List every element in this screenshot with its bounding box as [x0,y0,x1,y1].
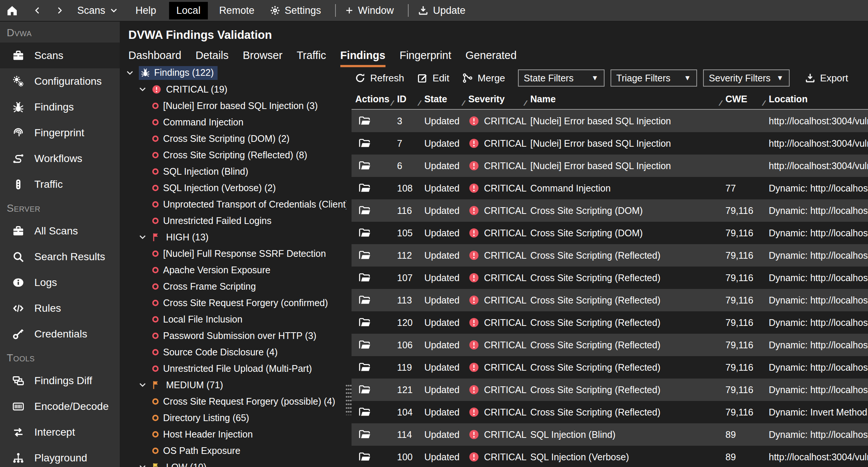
tree-item[interactable]: Apache Version Exposure [124,262,346,278]
folder-open-icon[interactable] [358,115,371,127]
folder-open-icon[interactable] [358,159,371,172]
chevron-down-icon[interactable] [138,463,147,467]
folder-open-icon[interactable] [358,249,371,262]
panel-splitter[interactable] [346,65,351,467]
forward-button[interactable] [55,6,64,15]
sidebar-item[interactable]: Logs [0,270,120,295]
filter-dropdown[interactable]: Triage Filters ▼ [611,69,697,87]
filter-dropdown[interactable]: State Filters ▼ [518,69,605,87]
sidebar-item[interactable]: Search Results [0,244,120,270]
table-row[interactable]: 105 Updated CRITICAL Cross Site Scriptin… [352,222,868,244]
refresh-button[interactable]: Refresh [355,72,404,84]
column-resize-handle[interactable]: ∕∕ [720,99,720,108]
scans-menu[interactable]: Scans [77,5,118,16]
tree-group-row[interactable]: MEDIUM (71) [124,377,346,393]
folder-open-icon[interactable] [358,137,371,150]
column-resize-handle[interactable]: ∕∕ [391,99,392,108]
folder-open-icon[interactable] [358,428,371,441]
settings-button[interactable]: Settings [269,5,321,16]
folder-open-icon[interactable] [358,451,371,463]
chevron-down-icon[interactable] [138,233,147,242]
table-row[interactable]: 116 Updated CRITICAL Cross Site Scriptin… [352,199,868,222]
chevron-down-icon[interactable] [125,68,134,77]
sidebar-item[interactable]: Findings [0,94,120,120]
tree-item[interactable]: Cross Site Scripting (Reflected) (8) [124,147,346,163]
table-row[interactable]: 108 Updated CRITICAL Command Injection 7… [352,177,868,199]
export-button[interactable]: Export [805,72,848,84]
merge-button[interactable]: Merge [462,72,505,84]
tree-item[interactable]: Cross Site Request Forgery (confirmed) [124,295,346,311]
sidebar-item[interactable]: Playground [0,445,120,467]
table-row[interactable]: 107 Updated CRITICAL Cross Site Scriptin… [352,267,868,289]
filter-dropdown[interactable]: Severity Filters ▼ [703,69,790,87]
folder-open-icon[interactable] [358,383,371,396]
tree-item[interactable]: Unrestricted File Upload (Multi-Part) [124,360,346,377]
table-row[interactable]: 119 Updated CRITICAL Cross Site Scriptin… [352,356,868,379]
table-row[interactable]: 106 Updated CRITICAL Cross Site Scriptin… [352,334,868,356]
tree-item[interactable]: [Nuclei] Full Response SSRF Detection [124,245,346,262]
update-button[interactable]: Update [418,5,465,16]
table-row[interactable]: 104 Updated CRITICAL Cross Site Scriptin… [352,401,868,423]
folder-open-icon[interactable] [358,406,371,418]
back-button[interactable] [33,6,42,15]
tree-item[interactable]: [Nuclei] Error based SQL Injection (3) [124,97,346,114]
sidebar-item[interactable]: Rules [0,295,120,321]
sidebar-item[interactable]: Traffic [0,171,120,197]
tree-item[interactable]: Password Submission over HTTP (3) [124,327,346,344]
remote-toggle[interactable]: Remote [219,5,255,16]
tab[interactable]: Fingerprint [400,49,452,67]
chevron-down-icon[interactable] [138,85,147,94]
table-row[interactable]: 100 Updated CRITICAL SQL Injection (Verb… [352,446,868,467]
help-menu[interactable]: Help [135,5,156,16]
column-resize-handle[interactable]: ∕∕ [463,99,463,108]
tree-item[interactable]: Unrestricted Failed Logins [124,212,346,229]
tree-item[interactable]: SQL Injection (Verbose) (2) [124,180,346,196]
column-resize-handle[interactable]: ∕∕ [525,99,525,108]
folder-open-icon[interactable] [358,271,371,284]
table-row[interactable]: 6 Updated CRITICAL [Nuclei] Error based … [352,155,868,177]
chevron-down-icon[interactable] [138,380,147,389]
tree-item[interactable]: Source Code Disclosure (4) [124,344,346,360]
sidebar-item[interactable]: Credentials [0,321,120,347]
column-resize-handle[interactable]: ∕∕ [419,99,419,108]
tree-item[interactable]: SQL Injection (Blind) [124,163,346,180]
folder-open-icon[interactable] [358,339,371,351]
table-row[interactable]: 120 Updated CRITICAL Cross Site Scriptin… [352,311,868,334]
tree-item[interactable]: Unprotected Transport of Credentials (Cl… [124,196,346,212]
sidebar-item[interactable]: Findings Diff [0,368,120,393]
tree-group-row[interactable]: HIGH (13) [124,229,346,245]
tree-group-row[interactable]: LOW (10) [124,459,346,467]
table-row[interactable]: 114 Updated CRITICAL SQL Injection (Blin… [352,423,868,446]
edit-button[interactable]: Edit [417,72,449,84]
table-row[interactable]: 112 Updated CRITICAL Cross Site Scriptin… [352,244,868,267]
column-resize-handle[interactable]: ∕∕ [763,99,764,108]
sidebar-item[interactable]: All Scans [0,218,120,244]
tab[interactable]: Generated [465,49,516,67]
local-toggle[interactable]: Local [169,2,208,19]
tree-item[interactable]: Host Header Injection [124,426,346,442]
splitter-grip-handle[interactable] [346,384,352,415]
home-button[interactable] [6,4,18,17]
table-row[interactable]: 3 Updated CRITICAL [Nuclei] Error based … [352,110,868,132]
folder-open-icon[interactable] [358,294,371,306]
folder-open-icon[interactable] [358,361,371,374]
table-row[interactable]: 113 Updated CRITICAL Cross Site Scriptin… [352,289,868,311]
tree-item[interactable]: Directory Listing (65) [124,410,346,426]
sidebar-item[interactable]: Workflows [0,146,120,171]
folder-open-icon[interactable] [358,227,371,239]
tree-item[interactable]: Local File Inclusion [124,311,346,327]
new-window-button[interactable]: Window [345,5,394,16]
folder-open-icon[interactable] [358,316,371,329]
tree-item[interactable]: Cross Site Scripting (DOM) (2) [124,130,346,147]
sidebar-item[interactable]: Scans [0,43,120,68]
sidebar-item[interactable]: Encode/Decode [0,393,120,419]
table-row[interactable]: 121 Updated CRITICAL Cross Site Scriptin… [352,379,868,401]
tree-group-row[interactable]: CRITICAL (19) [124,81,346,97]
tree-item[interactable]: OS Path Exposure [124,442,346,459]
folder-open-icon[interactable] [358,204,371,217]
sidebar-item[interactable]: Intercept [0,419,120,445]
tree-item[interactable]: Cross Frame Scripting [124,278,346,295]
table-row[interactable]: 7 Updated CRITICAL [Nuclei] Error based … [352,132,868,155]
tree-root-row[interactable]: Findings (122) [124,65,346,81]
sidebar-item[interactable]: Configurations [0,68,120,94]
